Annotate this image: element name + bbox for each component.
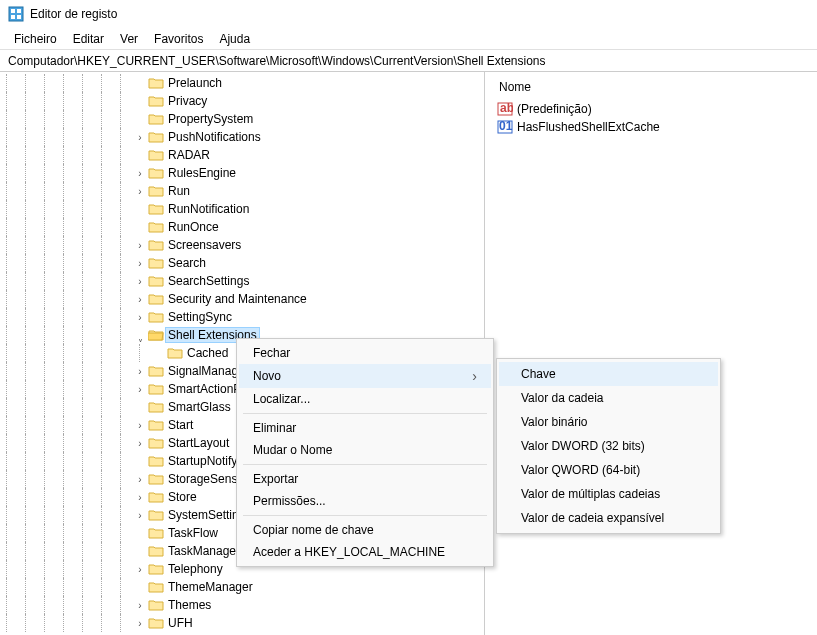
chevron-right-icon[interactable]: › <box>133 276 147 287</box>
chevron-right-icon[interactable]: › <box>133 294 147 305</box>
folder-icon <box>147 435 165 451</box>
submenu-item-label: Valor de cadeia expansível <box>521 511 664 525</box>
menu-favoritos[interactable]: Favoritos <box>146 30 211 48</box>
tree-item[interactable]: ›SearchSettings <box>0 272 484 290</box>
folder-icon <box>147 525 165 541</box>
submenu-item-label: Valor de múltiplas cadeias <box>521 487 660 501</box>
chevron-right-icon[interactable]: › <box>133 420 147 431</box>
tree-item-label: Screensavers <box>165 238 244 252</box>
binary-value-icon: 011 <box>497 119 513 135</box>
context-menu-item-label: Permissões... <box>253 494 326 508</box>
menu-ficheiro[interactable]: Ficheiro <box>6 30 65 48</box>
context-menu-item-label: Mudar o Nome <box>253 443 332 457</box>
tree-item[interactable]: RADAR <box>0 146 484 164</box>
chevron-right-icon[interactable]: › <box>133 366 147 377</box>
tree-item-label: SearchSettings <box>165 274 252 288</box>
chevron-right-icon[interactable]: › <box>133 312 147 323</box>
value-pane[interactable]: Nome ab(Predefinição)011HasFlushedShellE… <box>489 72 817 635</box>
context-menu-item-label: Fechar <box>253 346 290 360</box>
svg-rect-3 <box>11 15 15 19</box>
menu-ajuda[interactable]: Ajuda <box>211 30 258 48</box>
chevron-right-icon[interactable]: › <box>133 240 147 251</box>
chevron-right-icon[interactable]: › <box>133 600 147 611</box>
context-menu-item[interactable]: Mudar o Nome <box>239 439 491 461</box>
submenu-item-label: Chave <box>521 367 556 381</box>
tree-item-label: Search <box>165 256 209 270</box>
tree-item-label: Security and Maintenance <box>165 292 310 306</box>
tree-item[interactable]: ›SettingSync <box>0 308 484 326</box>
tree-item[interactable]: ›Themes <box>0 596 484 614</box>
menu-ver[interactable]: Ver <box>112 30 146 48</box>
folder-icon <box>147 417 165 433</box>
tree-item-label: RADAR <box>165 148 213 162</box>
submenu-item[interactable]: Valor de cadeia expansível <box>499 506 718 530</box>
tree-item[interactable]: ›Run <box>0 182 484 200</box>
context-menu-item-label: Localizar... <box>253 392 310 406</box>
address-bar[interactable]: Computador\HKEY_CURRENT_USER\Software\Mi… <box>0 50 817 72</box>
tree-item-label: Start <box>165 418 196 432</box>
chevron-down-icon[interactable]: ˬ <box>133 330 147 341</box>
folder-icon <box>147 201 165 217</box>
value-row[interactable]: ab(Predefinição) <box>497 100 809 118</box>
tree-item-label: RunNotification <box>165 202 252 216</box>
folder-icon <box>147 273 165 289</box>
value-column-header[interactable]: Nome <box>497 76 809 100</box>
chevron-right-icon[interactable]: › <box>133 618 147 629</box>
menu-separator <box>243 413 487 414</box>
submenu-item[interactable]: Valor QWORD (64-bit) <box>499 458 718 482</box>
chevron-right-icon[interactable]: › <box>133 564 147 575</box>
tree-item-label: Cached <box>184 346 231 360</box>
chevron-right-icon[interactable]: › <box>133 510 147 521</box>
tree-item[interactable]: ›Screensavers <box>0 236 484 254</box>
chevron-right-icon[interactable]: › <box>133 168 147 179</box>
tree-item[interactable]: ThemeManager <box>0 578 484 596</box>
context-menu-item[interactable]: Fechar <box>239 342 491 364</box>
submenu-novo: ChaveValor da cadeiaValor binárioValor D… <box>496 358 721 534</box>
value-name: HasFlushedShellExtCache <box>517 120 660 134</box>
context-menu-item[interactable]: Localizar... <box>239 388 491 410</box>
chevron-right-icon[interactable]: › <box>133 474 147 485</box>
tree-item-label: RulesEngine <box>165 166 239 180</box>
submenu-item[interactable]: Chave <box>499 362 718 386</box>
folder-icon <box>147 165 165 181</box>
tree-item-label: Store <box>165 490 200 504</box>
chevron-right-icon[interactable]: › <box>133 384 147 395</box>
submenu-item[interactable]: Valor DWORD (32 bits) <box>499 434 718 458</box>
tree-item[interactable]: ›PushNotifications <box>0 128 484 146</box>
tree-item[interactable]: ›Security and Maintenance <box>0 290 484 308</box>
folder-icon <box>147 543 165 559</box>
context-menu-item[interactable]: Eliminar <box>239 417 491 439</box>
menu-editar[interactable]: Editar <box>65 30 112 48</box>
value-row[interactable]: 011HasFlushedShellExtCache <box>497 118 809 136</box>
chevron-right-icon[interactable]: › <box>133 186 147 197</box>
chevron-right-icon[interactable]: › <box>133 438 147 449</box>
tree-item[interactable]: Privacy <box>0 92 484 110</box>
tree-item[interactable]: RunOnce <box>0 218 484 236</box>
submenu-item[interactable]: Valor binário <box>499 410 718 434</box>
folder-icon <box>147 129 165 145</box>
context-menu-item[interactable]: Novo <box>239 364 491 388</box>
chevron-right-icon[interactable]: › <box>133 492 147 503</box>
chevron-right-icon[interactable]: › <box>133 132 147 143</box>
context-menu-item[interactable]: Exportar <box>239 468 491 490</box>
submenu-item[interactable]: Valor da cadeia <box>499 386 718 410</box>
chevron-right-icon[interactable]: › <box>133 258 147 269</box>
folder-icon <box>147 291 165 307</box>
tree-item-label: PushNotifications <box>165 130 264 144</box>
context-menu-item[interactable]: Permissões... <box>239 490 491 512</box>
tree-item[interactable]: Prelaunch <box>0 74 484 92</box>
window-title: Editor de registo <box>30 7 117 21</box>
tree-item[interactable]: ›UFH <box>0 614 484 632</box>
address-text: Computador\HKEY_CURRENT_USER\Software\Mi… <box>8 54 546 68</box>
tree-item-label: Prelaunch <box>165 76 225 90</box>
context-menu-item-label: Exportar <box>253 472 298 486</box>
context-menu-item[interactable]: Aceder a HKEY_LOCAL_MACHINE <box>239 541 491 563</box>
tree-item[interactable]: ›RulesEngine <box>0 164 484 182</box>
context-menu-item-label: Novo <box>253 369 281 383</box>
tree-item[interactable]: ›Search <box>0 254 484 272</box>
context-menu-item[interactable]: Copiar nome de chave <box>239 519 491 541</box>
submenu-item[interactable]: Valor de múltiplas cadeias <box>499 482 718 506</box>
tree-item[interactable]: PropertySystem <box>0 110 484 128</box>
submenu-item-label: Valor DWORD (32 bits) <box>521 439 645 453</box>
tree-item[interactable]: RunNotification <box>0 200 484 218</box>
